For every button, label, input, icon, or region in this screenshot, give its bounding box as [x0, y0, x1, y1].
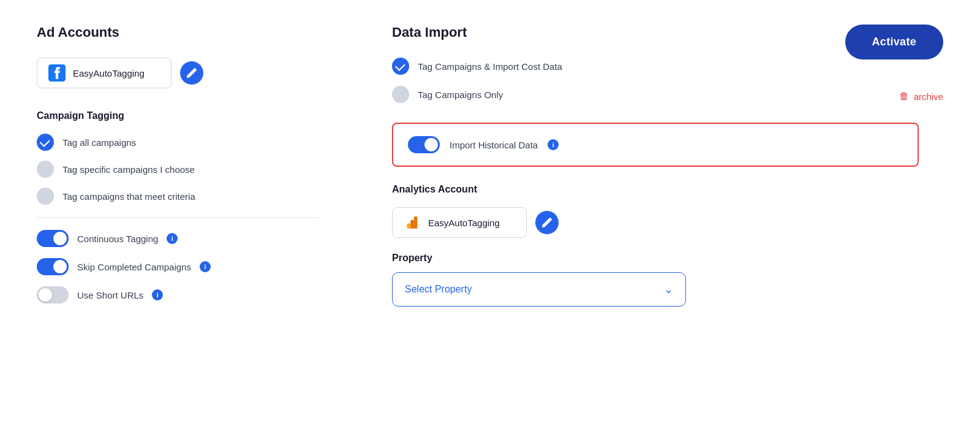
- radio-tag-criteria-indicator: [37, 188, 54, 205]
- analytics-section: Analytics Account EasyAutoTagging: [392, 184, 919, 238]
- import-option-tag-import[interactable]: Tag Campaigns & Import Cost Data: [392, 58, 919, 75]
- radio-tag-specific-label: Tag specific campaigns I choose: [62, 164, 195, 175]
- campaign-tagging-section: Campaign Tagging Tag all campaigns Tag s…: [37, 110, 318, 205]
- short-urls-info-icon[interactable]: i: [152, 289, 163, 300]
- right-panel: Data Import Tag Campaigns & Import Cost …: [355, 25, 943, 406]
- svg-rect-3: [410, 220, 414, 229]
- historical-data-knob: [424, 138, 438, 151]
- analytics-account-box: EasyAutoTagging: [392, 207, 527, 238]
- pencil-icon: [186, 67, 197, 78]
- continuous-tagging-knob: [53, 232, 67, 245]
- skip-completed-row: Skip Completed Campaigns i: [37, 258, 318, 275]
- svg-rect-4: [414, 216, 418, 229]
- analytics-account-name: EasyAutoTagging: [428, 218, 500, 228]
- analytics-account-row: EasyAutoTagging: [392, 207, 919, 238]
- analytics-pencil-icon: [541, 217, 552, 228]
- historical-data-toggle[interactable]: [408, 136, 440, 153]
- analytics-section-title: Analytics Account: [392, 184, 919, 195]
- skip-completed-toggle[interactable]: [37, 258, 69, 275]
- analytics-account-edit-button[interactable]: [535, 211, 559, 234]
- archive-link[interactable]: 🗑 archive: [899, 91, 943, 102]
- right-section-title: Data Import: [392, 25, 919, 40]
- chevron-down-icon: ⌄: [664, 283, 673, 296]
- import-option-tag-import-label: Tag Campaigns & Import Cost Data: [418, 61, 562, 72]
- archive-label: archive: [914, 91, 943, 102]
- import-option-tag-only-label: Tag Campaigns Only: [418, 90, 503, 100]
- short-urls-knob: [39, 288, 52, 302]
- short-urls-toggle[interactable]: [37, 286, 69, 303]
- continuous-tagging-toggle[interactable]: [37, 230, 69, 247]
- radio-tag-specific[interactable]: Tag specific campaigns I choose: [37, 161, 318, 178]
- campaign-tagging-title: Campaign Tagging: [37, 110, 318, 121]
- radio-tag-criteria-label: Tag campaigns that meet criteria: [62, 191, 195, 202]
- facebook-icon: [48, 64, 66, 82]
- historical-data-info-icon[interactable]: i: [548, 139, 559, 150]
- select-property-text: Select Property: [405, 284, 472, 295]
- left-panel: Ad Accounts EasyAutoTagging Campaign Tag…: [37, 25, 355, 406]
- import-option-tag-only-indicator: [392, 86, 409, 103]
- ad-account-box: EasyAutoTagging: [37, 58, 172, 88]
- radio-tag-all-indicator: [37, 134, 54, 151]
- skip-completed-knob: [53, 260, 67, 273]
- property-section-title: Property: [392, 253, 919, 264]
- radio-tag-all[interactable]: Tag all campaigns: [37, 134, 318, 151]
- radio-tag-criteria[interactable]: Tag campaigns that meet criteria: [37, 188, 318, 205]
- trash-icon: 🗑: [899, 91, 909, 102]
- left-section-title: Ad Accounts: [37, 25, 318, 40]
- skip-completed-info-icon[interactable]: i: [200, 261, 211, 272]
- activate-button[interactable]: Activate: [845, 25, 943, 59]
- continuous-tagging-info-icon[interactable]: i: [167, 233, 178, 244]
- divider-1: [37, 217, 318, 218]
- property-section: Property Select Property ⌄: [392, 253, 919, 307]
- import-option-tag-import-indicator: [392, 58, 409, 75]
- svg-rect-2: [407, 223, 411, 228]
- skip-completed-label: Skip Completed Campaigns: [77, 262, 191, 272]
- google-analytics-icon: [404, 214, 421, 231]
- radio-tag-specific-indicator: [37, 161, 54, 178]
- continuous-tagging-row: Continuous Tagging i: [37, 230, 318, 247]
- historical-data-label: Import Historical Data: [450, 140, 538, 150]
- short-urls-row: Use Short URLs i: [37, 286, 318, 303]
- radio-tag-all-label: Tag all campaigns: [62, 137, 136, 148]
- select-property-dropdown[interactable]: Select Property ⌄: [392, 272, 686, 307]
- continuous-tagging-label: Continuous Tagging: [77, 234, 158, 244]
- import-option-tag-only[interactable]: Tag Campaigns Only: [392, 86, 919, 103]
- data-import-section: Tag Campaigns & Import Cost Data Tag Cam…: [392, 58, 919, 103]
- ad-account-edit-button[interactable]: [180, 61, 203, 85]
- ad-account-name: EasyAutoTagging: [73, 68, 145, 78]
- ad-account-row: EasyAutoTagging: [37, 58, 318, 88]
- short-urls-label: Use Short URLs: [77, 290, 143, 300]
- historical-data-box: Import Historical Data i: [392, 123, 919, 167]
